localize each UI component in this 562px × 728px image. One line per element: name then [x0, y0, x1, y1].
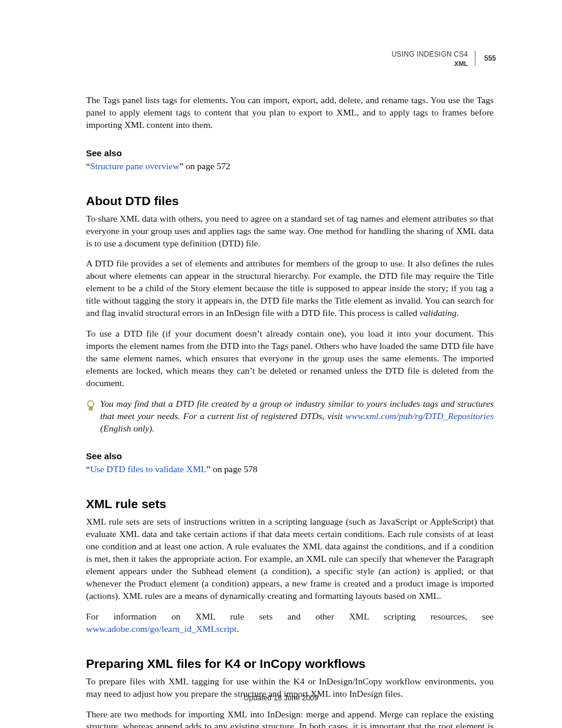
page: USING INDESIGN CS4 XML 555 The Tags pane… [0, 0, 562, 728]
about-dtd-p2: A DTD file provides a set of elements an… [86, 258, 494, 319]
link-structure-pane-overview[interactable]: Structure pane overview [90, 161, 180, 171]
xref-structure-pane: “Structure pane overview” on page 572 [86, 160, 494, 173]
tip-note: You may find that a DTD file created by … [86, 398, 494, 435]
tip-text: You may find that a DTD file created by … [100, 398, 494, 435]
link-learn-id-xmlscript[interactable]: www.adobe.com/go/learn_id_XMLscript [86, 624, 237, 634]
header-divider [475, 51, 475, 66]
footer-updated: Updated 18 June 2009 [0, 694, 562, 702]
running-header: USING INDESIGN CS4 XML 555 [392, 50, 496, 68]
see-also-heading-2: See also [86, 451, 494, 461]
about-dtd-p3: To use a DTD file (if your document does… [86, 328, 494, 390]
intro-paragraph: The Tags panel lists tags for elements. … [86, 94, 494, 131]
lightbulb-icon [86, 400, 97, 413]
svg-point-0 [88, 400, 94, 407]
heading-about-dtd-files: About DTD files [86, 194, 494, 208]
page-number: 555 [484, 54, 496, 62]
page-content: The Tags panel lists tags for elements. … [86, 94, 494, 728]
section-name: XML [454, 60, 468, 67]
doc-title: USING INDESIGN CS4 [392, 50, 468, 58]
link-dtd-repositories[interactable]: www.xml.com/pub/rg/DTD_Repositories [346, 411, 494, 421]
heading-preparing-xml-k4-incopy: Preparing XML files for K4 or InCopy wor… [86, 657, 494, 671]
xml-rule-sets-p1: XML rule sets are sets of instructions w… [86, 516, 494, 602]
see-also-heading: See also [86, 148, 494, 158]
xml-rule-sets-p2: For information on XML rule sets and oth… [86, 611, 494, 635]
about-dtd-p1: To share XML data with others, you need … [86, 213, 494, 250]
xref-dtd-validate: “Use DTD files to validate XML” on page … [86, 463, 494, 476]
link-use-dtd-validate-xml[interactable]: Use DTD files to validate XML [90, 464, 207, 474]
heading-xml-rule-sets: XML rule sets [86, 497, 494, 511]
preparing-p2: There are two methods for importing XML … [86, 709, 494, 729]
